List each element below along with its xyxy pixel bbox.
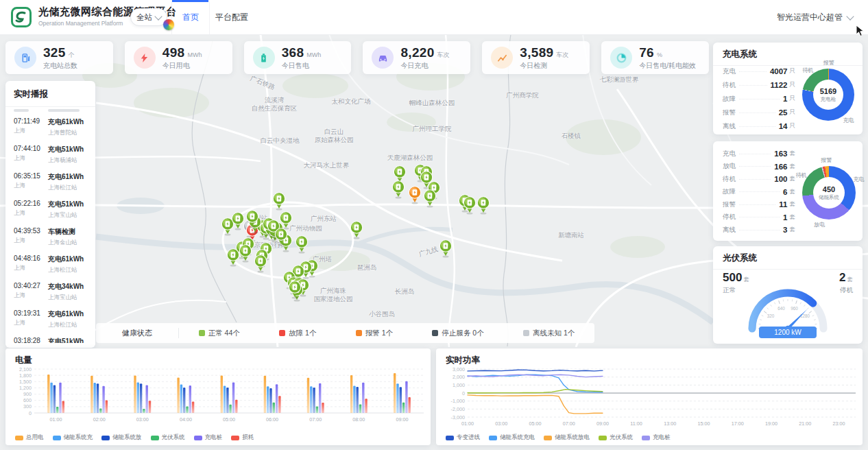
stat-label: 停机 (723, 213, 736, 222)
map-place-label: 小谷围岛 (369, 310, 395, 318)
health-legend-item: 离线未知 1个 (523, 329, 575, 338)
map-place-label: 长洲岛 (395, 287, 415, 296)
map-pin-normal[interactable] (463, 196, 477, 215)
map-place-label: 石楼镇 (562, 132, 581, 140)
donut-center-value: 5169 (820, 87, 836, 95)
stat-label: 离线 (723, 122, 736, 131)
map-pin-normal[interactable] (391, 180, 405, 199)
stat-label: 放电 (723, 162, 736, 171)
broadcast-action: 充电34kWh (48, 282, 84, 292)
kpi-value: 8,220 (400, 45, 434, 60)
legend-item[interactable]: 充电桩 (642, 434, 671, 442)
map-place-label: 大河马水上世界 (304, 161, 350, 169)
stat-unit: 只 (790, 108, 796, 117)
broadcast-item[interactable]: 03:18:28上海充电51kWh上海杨浦站 (14, 337, 87, 343)
tab-platform-config[interactable]: 平台配置 (210, 0, 254, 34)
user-name: 智光运营中心超管 (777, 12, 843, 23)
kpi-value: 368 (282, 45, 304, 60)
stat-label: 故障 (723, 95, 736, 104)
map-pin-normal[interactable] (231, 212, 245, 230)
legend-item[interactable]: 储能系统放电 (544, 434, 590, 442)
stat-unit: 套 (790, 213, 796, 222)
stat-unit: 套 (790, 188, 796, 196)
status-chip (199, 330, 205, 336)
stat-row: 停机1套 (723, 211, 795, 224)
health-legend-item: 报警 1个 (356, 329, 393, 338)
broadcast-item[interactable]: 05:22:16上海充电51kWh上海宝山站 (14, 200, 87, 220)
broadcast-time: 07:44:10 (14, 145, 48, 152)
broadcast-item[interactable]: 06:35:15上海充电61kWh上海松江站 (14, 172, 87, 192)
kpi-value: 3,589 (520, 45, 553, 60)
broadcast-item[interactable]: 04:39:53上海车辆检测上海金山站 (14, 227, 87, 247)
stat-unit: 套 (790, 163, 796, 171)
kpi-card: 76%今日售电/耗电能效 (601, 41, 709, 74)
broadcast-item[interactable]: 04:48:16上海充电61kWh上海松江站 (14, 254, 87, 274)
map-pin-normal[interactable] (239, 244, 252, 263)
stat-value: 4007 (770, 67, 788, 75)
stat-label: 故障 (723, 187, 736, 196)
map-pin-normal[interactable] (245, 210, 259, 228)
legend-item[interactable]: 充电桩 (194, 434, 223, 442)
map-pin-normal[interactable] (274, 228, 288, 246)
panel-title: 光伏系统 (713, 246, 863, 270)
tab-home[interactable]: 首页 (171, 0, 210, 34)
svg-text:1280: 1280 (800, 313, 810, 318)
svg-text:-1,000: -1,000 (451, 398, 465, 404)
clipped-row (14, 107, 87, 113)
map-pin-normal[interactable] (423, 189, 437, 208)
legend-item[interactable]: 光伏系统 (599, 434, 633, 442)
legend-chip (194, 436, 202, 440)
stat-row: 报警11套 (723, 198, 795, 211)
map-place-label: 帽峰山森林公园 (409, 99, 455, 107)
legend-item[interactable]: 总用电 (15, 434, 44, 442)
map-pin-normal[interactable] (288, 281, 302, 299)
legend-item[interactable]: 光伏系统 (151, 434, 185, 442)
legend-label: 储能系统放电 (555, 434, 590, 442)
map-pin-normal[interactable] (226, 248, 240, 267)
broadcast-item[interactable]: 03:40:27上海充电34kWh上海宝山站 (14, 282, 87, 302)
broadcast-city: 上海 (14, 154, 48, 163)
legend-item[interactable]: 损耗 (231, 434, 254, 442)
kpi-value: 325 (43, 45, 66, 60)
broadcast-item[interactable]: 03:19:31上海充电61kWh上海松江站 (14, 309, 87, 329)
legend-item[interactable]: 储能系统充 (53, 434, 93, 442)
broadcast-item[interactable]: 07:44:10上海充电51kWh上海杨浦站 (14, 145, 87, 165)
map-pin-normal[interactable] (350, 221, 363, 239)
map-place-label: 广州东站 (311, 215, 337, 223)
map-pin-normal[interactable] (477, 196, 490, 215)
chart-title: 实时功率 (436, 348, 863, 366)
stat-row: 故障1只 (723, 92, 795, 106)
svg-text:06:00: 06:00 (266, 416, 278, 423)
bar-chart[interactable]: 03006009001,2001,5001,8002,10001:0002:00… (8, 365, 428, 431)
legend-item[interactable]: 储能系统放 (101, 434, 142, 442)
legend-item[interactable]: 专变进线 (446, 434, 480, 442)
svg-text:900: 900 (23, 391, 32, 397)
svg-text:960: 960 (791, 306, 798, 311)
svg-text:01:00: 01:00 (50, 416, 62, 423)
donut-segment-label: 待机 (802, 66, 813, 73)
colorful-sphere-icon[interactable] (163, 19, 174, 30)
donut-center-value: 450 (823, 185, 835, 193)
svg-text:-2,000: -2,000 (451, 406, 465, 412)
map-pin-normal[interactable] (439, 239, 453, 258)
map-place-label: 广九线 (418, 245, 439, 259)
kpi-label: 今日售电 (282, 61, 322, 71)
map-pin-normal[interactable] (272, 192, 286, 211)
svg-text:13:00: 13:00 (664, 421, 676, 427)
svg-text:0: 0 (29, 410, 32, 416)
site-selector-value: 全站 (136, 12, 152, 23)
legend-item[interactable]: 储能系统充电 (489, 434, 535, 442)
line-chart[interactable]: -3,000-2,000-1,00001,0002,0003,00001:000… (439, 365, 860, 431)
broadcast-station: 上海松江站 (48, 321, 84, 329)
broadcast-item[interactable]: 07:11:49上海充电61kWh上海普陀站 (14, 117, 87, 137)
map-pin-normal[interactable] (295, 235, 309, 254)
broadcast-city: 上海 (14, 127, 48, 135)
map-pin-normal[interactable] (254, 254, 267, 273)
broadcast-list[interactable]: 07:11:49上海充电61kWh上海普陀站07:44:10上海充电51kWh上… (5, 107, 95, 343)
map-place-label: 流溪湾 自然生态保育区 (252, 96, 298, 113)
svg-text:08:00: 08:00 (352, 416, 365, 423)
map-place-label: 白云山 原始森林公园 (315, 128, 354, 145)
map-place-label: 天鹿湖森林公园 (387, 154, 433, 162)
site-selector[interactable]: 全站 (130, 8, 167, 26)
user-menu[interactable]: 智光运营中心超管 (777, 0, 853, 34)
